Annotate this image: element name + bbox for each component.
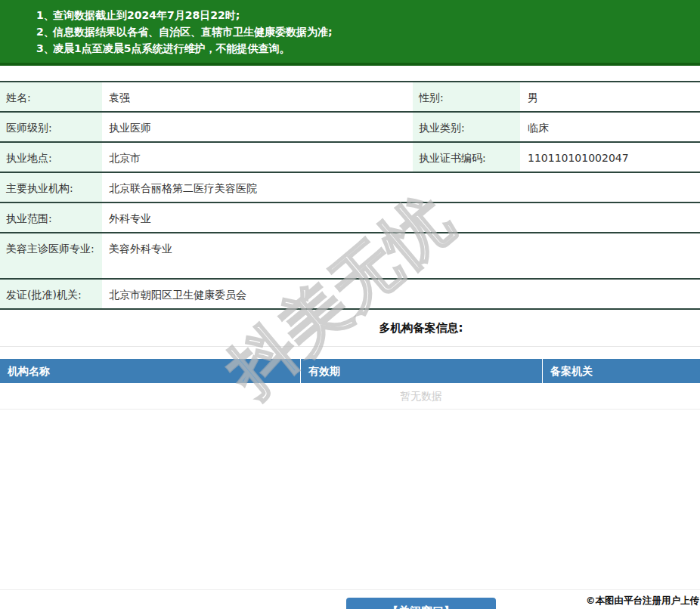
field-label-issuing-authority: 发证(批准)机关:	[0, 280, 102, 308]
notice-banner: 1、 查询数据截止到2024年7月28日22时; 2、 信息数据结果以各省、自治…	[0, 0, 700, 66]
column-header-validity-period: 有效期	[300, 359, 542, 383]
no-data-message: 暂无数据	[0, 383, 700, 410]
field-label-main-institution: 主要执业机构:	[0, 173, 102, 202]
field-label-certificate-number: 执业证书编码:	[413, 143, 520, 172]
field-value-practice-scope: 外科专业	[102, 203, 700, 232]
column-header-institution-name: 机构名称	[0, 359, 300, 383]
field-label-practice-location: 执业地点:	[0, 143, 102, 172]
table-row: 主要执业机构: 北京联合丽格第二医疗美容医院	[0, 173, 700, 203]
table-row: 发证(批准)机关: 北京市朝阳区卫生健康委员会	[0, 280, 700, 310]
table-row: 美容主诊医师专业: 美容外科专业	[0, 233, 700, 280]
field-value-gender: 男	[520, 82, 700, 111]
notice-number: 1、	[36, 7, 53, 23]
doctor-info-table: 姓名: 袁强 性别: 男 医师级别: 执业医师 执业类别: 临床 执业地点: 北…	[0, 81, 700, 310]
field-value-practice-category: 临床	[520, 113, 700, 141]
field-value-name: 袁强	[102, 82, 413, 111]
close-window-button[interactable]: 【关闭窗口】	[346, 598, 496, 609]
field-label-practice-category: 执业类别:	[413, 113, 520, 141]
table-row: 医师级别: 执业医师 执业类别: 临床	[0, 113, 700, 143]
field-label-doctor-level: 医师级别:	[0, 113, 102, 141]
divider	[0, 346, 700, 347]
notice-number: 3、	[36, 40, 53, 57]
field-value-cosmetic-specialty: 美容外科专业	[102, 233, 700, 278]
table-row: 姓名: 袁强 性别: 男	[0, 82, 700, 113]
notice-line: 3、 凌晨1点至凌晨5点系统进行维护，不能提供查询。	[36, 40, 700, 57]
table-row: 执业范围: 外科专业	[0, 203, 700, 233]
copyright-notice: ©本图由平台注册用户上传	[586, 595, 699, 607]
notice-text: 信息数据结果以各省、自治区、直辖市卫生健康委数据为准;	[53, 23, 333, 40]
field-label-practice-scope: 执业范围:	[0, 203, 102, 232]
notice-line: 1、 查询数据截止到2024年7月28日22时;	[36, 7, 700, 23]
filing-table-header: 机构名称 有效期 备案机关	[0, 359, 700, 383]
field-label-name: 姓名:	[0, 82, 102, 111]
field-value-issuing-authority: 北京市朝阳区卫生健康委员会	[102, 280, 700, 308]
field-value-certificate-number: 110110101002047	[520, 143, 700, 172]
notice-number: 2、	[36, 23, 53, 40]
column-header-filing-authority: 备案机关	[542, 359, 700, 383]
field-value-practice-location: 北京市	[102, 143, 413, 172]
page: 1、 查询数据截止到2024年7月28日22时; 2、 信息数据结果以各省、自治…	[0, 0, 700, 609]
notice-text: 凌晨1点至凌晨5点系统进行维护，不能提供查询。	[53, 40, 290, 57]
field-value-doctor-level: 执业医师	[102, 113, 413, 141]
field-label-gender: 性别:	[413, 82, 520, 111]
field-value-main-institution: 北京联合丽格第二医疗美容医院	[102, 173, 700, 202]
notice-text: 查询数据截止到2024年7月28日22时;	[53, 7, 240, 23]
notice-line: 2、 信息数据结果以各省、自治区、直辖市卫生健康委数据为准;	[36, 23, 700, 40]
filing-section-title: 多机构备案信息:	[0, 321, 700, 335]
field-label-cosmetic-specialty: 美容主诊医师专业:	[0, 233, 102, 278]
table-row: 执业地点: 北京市 执业证书编码: 110110101002047	[0, 143, 700, 173]
